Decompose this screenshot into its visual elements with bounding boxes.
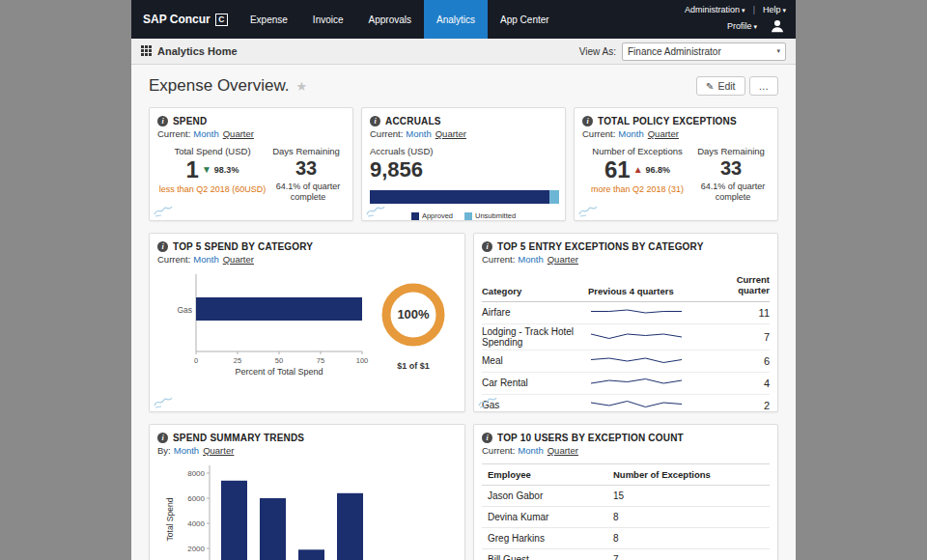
quarter-link[interactable]: Quarter	[548, 254, 578, 265]
category-cell: Car Rental	[482, 378, 588, 388]
exception-count-cell: 8	[613, 512, 764, 522]
employee-cell: Devina Kumar	[488, 512, 613, 522]
avatar-icon[interactable]	[769, 17, 786, 35]
quarter-progress-note: 64.1% of quarter complete	[692, 182, 773, 204]
sap-concur-logo: SAP Concur C	[131, 0, 238, 39]
doodle-icon	[366, 204, 385, 217]
browser-viewport: SAP Concur C ExpenseInvoiceApprovalsAnal…	[0, 0, 927, 560]
top5-entry-exceptions-card: iTOP 5 ENTRY EXCEPTIONS BY CATEGORY Curr…	[473, 233, 778, 412]
category-cell: Airfare	[482, 307, 588, 318]
month-link[interactable]: Month	[406, 128, 431, 139]
chart-legend: ApprovedUnsubmitted	[370, 211, 557, 220]
doodle-icon	[478, 395, 497, 408]
legend-label: Approved	[422, 211, 453, 220]
nav-right: Administration▾ | Help▾ Profile▾	[685, 0, 796, 39]
primary-tabs: ExpenseInvoiceApprovalsAnalyticsApp Cent…	[238, 0, 562, 39]
svg-text:Gas: Gas	[177, 305, 192, 315]
table-row: Airfare11	[482, 302, 770, 324]
trend-up-icon: ▲	[633, 164, 643, 175]
tab-expense[interactable]: Expense	[238, 0, 300, 39]
current-quarter-value: 11	[719, 307, 770, 319]
info-icon[interactable]: i	[482, 433, 492, 443]
subheader-left: Analytics Home	[141, 45, 238, 58]
info-icon[interactable]: i	[157, 116, 168, 126]
administration-menu[interactable]: Administration▾	[685, 5, 745, 14]
quarter-link[interactable]: Quarter	[223, 254, 254, 265]
comparison-note: more than Q2 2018 (31)	[582, 184, 692, 194]
days-remaining-label: Days Remaining	[267, 146, 345, 156]
col-exception-count: Number of Exceptions	[613, 469, 764, 480]
table-body: Airfare11Lodging - Track Hotel Spending7…	[482, 302, 770, 416]
exception-count-cell: 15	[613, 490, 764, 501]
table-row: Jason Gabor15	[482, 486, 770, 507]
doodle-icon	[578, 204, 598, 217]
edit-button[interactable]: ✎Edit	[696, 76, 744, 96]
svg-text:Total Spend: Total Spend	[165, 497, 175, 541]
comparison-note: less than Q2 2018 (60USD)	[157, 184, 267, 194]
table-row: Bill Guest7	[482, 549, 770, 560]
info-icon[interactable]: i	[157, 433, 168, 443]
card-title: TOP 10 USERS BY EXCEPTION COUNT	[497, 433, 684, 443]
month-link[interactable]: Month	[193, 254, 218, 265]
app-page: SAP Concur C ExpenseInvoiceApprovalsAnal…	[131, 0, 796, 560]
exception-count-cell: 8	[613, 533, 764, 544]
svg-text:50: 50	[275, 356, 283, 365]
favorite-star-icon[interactable]: ★	[296, 79, 308, 94]
sparkline-chart	[588, 304, 719, 322]
col-category: Category	[482, 286, 588, 296]
trend-down-icon: ▼	[202, 164, 211, 175]
spend-summary-trends-card: iSPEND SUMMARY TRENDS By:MonthQuarter 02…	[149, 424, 465, 560]
quarter-link[interactable]: Quarter	[203, 445, 234, 456]
period-selector: Current:MonthQuarter	[482, 254, 770, 265]
month-link[interactable]: Month	[618, 128, 643, 139]
tab-invoice[interactable]: Invoice	[300, 0, 356, 39]
policy-exceptions-card: iTOTAL POLICY EXCEPTIONS Current:MonthQu…	[574, 107, 778, 221]
chevron-down-icon: ▾	[776, 47, 780, 55]
employee-cell: Bill Guest	[488, 554, 613, 560]
tab-analytics[interactable]: Analytics	[424, 0, 488, 39]
quarter-link[interactable]: Quarter	[435, 128, 466, 139]
top-nav: SAP Concur C ExpenseInvoiceApprovalsAnal…	[131, 0, 796, 39]
month-link[interactable]: Month	[518, 254, 543, 265]
entry-exceptions-table: Category Previous 4 quarters Current qua…	[482, 272, 770, 416]
view-as-select[interactable]: Finance Administrator ▾	[622, 42, 786, 61]
more-button[interactable]: …	[749, 76, 779, 96]
sparkline-chart	[588, 352, 719, 370]
tab-app-center[interactable]: App Center	[488, 0, 562, 39]
col-previous-quarters: Previous 4 quarters	[588, 286, 719, 296]
employee-cell: Greg Harkins	[488, 533, 613, 544]
table-row: Meal6	[482, 350, 770, 373]
svg-text:6000: 6000	[187, 494, 205, 503]
quarter-link[interactable]: Quarter	[648, 128, 679, 139]
tab-approvals[interactable]: Approvals	[356, 0, 424, 39]
quarter-link[interactable]: Quarter	[548, 445, 578, 456]
period-selector: Current:MonthQuarter	[157, 254, 457, 265]
metric-label: Accruals (USD)	[370, 146, 557, 156]
exceptions-value: 61	[604, 157, 631, 182]
help-menu[interactable]: Help▾	[763, 5, 786, 14]
category-cell: Lodging - Track Hotel Spending	[482, 326, 588, 348]
chevron-down-icon: ▾	[753, 23, 757, 30]
current-quarter-value: 2	[719, 400, 770, 411]
table-row: Gas2	[482, 395, 770, 416]
grid-icon[interactable]	[141, 45, 152, 58]
quarter-progress-note: 64.1% of quarter complete	[267, 182, 349, 204]
period-selector: Current:MonthQuarter	[482, 445, 770, 456]
profile-menu[interactable]: Profile▾	[727, 21, 757, 31]
month-link[interactable]: Month	[193, 128, 218, 139]
month-link[interactable]: Month	[518, 445, 543, 456]
gauge-donut-chart: 100%$1 of $1	[371, 274, 456, 375]
month-link[interactable]: Month	[174, 445, 199, 456]
spend-value: 1	[186, 157, 199, 182]
top10-users-card: iTOP 10 USERS BY EXCEPTION COUNT Current…	[473, 424, 778, 560]
info-icon[interactable]: i	[157, 241, 168, 252]
quarter-link[interactable]: Quarter	[223, 128, 254, 139]
chevron-down-icon: ▾	[742, 7, 745, 14]
days-remaining-value: 33	[692, 157, 770, 180]
metric-label: Total Spend (USD)	[157, 146, 267, 156]
info-icon[interactable]: i	[482, 241, 492, 252]
info-icon[interactable]: i	[582, 116, 593, 126]
info-icon[interactable]: i	[370, 116, 380, 126]
current-quarter-value: 6	[719, 355, 770, 367]
svg-text:100%: 100%	[398, 307, 431, 322]
